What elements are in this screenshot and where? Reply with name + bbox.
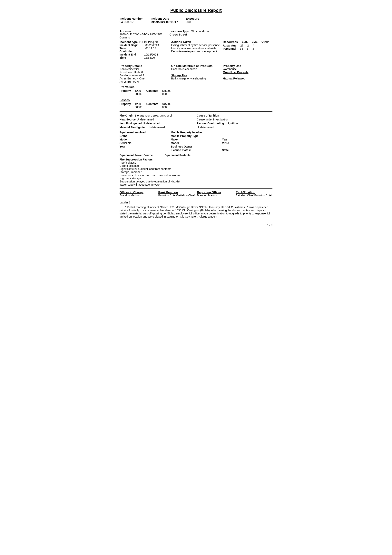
- mobile-vin-label: VIN #: [222, 141, 229, 145]
- hazmat-released-label: Hazmat Released: [223, 77, 245, 80]
- pre-property-label: Property: [120, 89, 131, 92]
- material-first-ignited-value: Undetermined: [148, 126, 165, 129]
- residential-units-value: 0: [141, 71, 143, 74]
- suppression-factor-item: Significant/unusual fuel load from conte…: [120, 167, 272, 170]
- power-source-row: Equipment Power Source Equipment Portabl…: [120, 153, 272, 157]
- personnel-other: 3: [252, 47, 254, 50]
- exposure-field: Exposure 000: [186, 17, 199, 23]
- reporting-rank-col: Rank/Position Battalion Chief/Battalion …: [236, 190, 273, 197]
- incident-date-field: Incident Date 09/29/2024 05:11:17: [150, 17, 178, 23]
- mobile-property-right-col: Year VIN # State: [222, 131, 272, 152]
- divider-1: [120, 27, 272, 27]
- divider-3: [120, 111, 272, 112]
- personnel-ems: 5: [247, 47, 249, 50]
- officer-rank-col: Rank/Position Battalion Chief/Battalion …: [158, 190, 195, 197]
- suppression-factor-item: Storage, improper: [120, 170, 272, 174]
- buildings-involved-label: Buildings Involved: [120, 74, 142, 77]
- address-block: Address 1630 OLD COVINGTON HWY SW Conyer…: [120, 29, 162, 39]
- action-item: Extinguishment by fire service personnel: [171, 44, 221, 47]
- on-site-materials-label: On-Site Materials or Products: [171, 64, 213, 67]
- incident-main-row: Incident type 111 Building fire Incident…: [120, 40, 272, 59]
- apparatus-label: Apparatus: [223, 44, 236, 47]
- pre-values-label: Pre Values: [120, 85, 272, 88]
- incident-type-value: 111 Building fire: [139, 40, 159, 44]
- heat-source-label: Heat Source: [120, 118, 136, 121]
- actions-taken-label: Actions Taken: [171, 40, 191, 44]
- property-details-label: Property Details: [120, 64, 142, 67]
- incident-number-field: Incident Number 24-009017: [120, 17, 143, 23]
- mixed-use-label: Mixed Use Property: [223, 71, 249, 74]
- model-label: Model: [120, 138, 170, 141]
- address-value: 1630 OLD COVINGTON HWY SW: [120, 33, 162, 36]
- action-item: Decontaminate persons or equipment: [171, 50, 221, 53]
- fire-origin-value: Storage room, area, tank, or bin: [135, 114, 173, 117]
- suppression-factor-item: Ceiling collapse: [120, 164, 272, 167]
- pre-property-value2: 00000: [135, 92, 143, 95]
- officer-rank-label: Rank/Position: [158, 190, 195, 194]
- action-item: Identify, analyze hazardous materials: [171, 47, 221, 50]
- property-details-col: Property Details Non Residential Residen…: [120, 64, 169, 83]
- officer-in-charge-label: Officer in Charge: [120, 190, 157, 194]
- personnel-sup: 35: [240, 47, 243, 50]
- pre-contents-value1: $45000: [162, 89, 171, 92]
- item-first-ignited-value: Undetermined: [143, 122, 160, 125]
- incident-date-label: Incident Date: [150, 17, 178, 20]
- cause-of-ignition-value: Cause under investigation: [197, 118, 272, 121]
- cause-of-ignition-label: Cause of Ignition: [197, 114, 272, 117]
- incident-number-label: Incident Number: [120, 17, 143, 20]
- mobile-license-plate-label: License Plate #: [171, 148, 221, 152]
- factors-contributing-value: Undetermined: [197, 126, 272, 129]
- location-type-label: Location Type: [170, 29, 189, 33]
- suppression-factor-item: Roof collapse: [120, 161, 272, 164]
- mobile-state-label: State: [222, 148, 272, 152]
- buildings-involved-value: 1: [143, 74, 144, 77]
- year-label: Year: [120, 145, 170, 148]
- page-number-value: 1 / 9: [267, 223, 272, 226]
- fire-suppression-factors-label: Fire Suppression Factors: [120, 158, 153, 161]
- fire-origin-section: Fire Origin Storage room, area, tank, or…: [120, 114, 272, 129]
- incident-type-label: Incident type: [120, 40, 138, 44]
- cross-street-label: Cross Street: [170, 33, 187, 36]
- brand-label: Brand: [120, 134, 170, 138]
- storage-use-value: Bulk storage or warehousing: [171, 77, 206, 80]
- resources-label: Resources: [223, 40, 238, 44]
- incident-number-value: 24-009017: [120, 20, 134, 23]
- residential-units-label: Residential Units: [120, 71, 140, 74]
- suppression-factor-item: Water supply inadequate: private: [120, 183, 272, 186]
- sup-label: Sup.: [242, 40, 248, 43]
- address-label: Address: [120, 29, 162, 33]
- location-type-block: Location Type Street address Cross Stree…: [170, 29, 209, 36]
- mobile-make-label: Make: [171, 138, 221, 141]
- equipment-involved-label: Equipment Involved: [120, 131, 170, 134]
- narrative-title: Ladder 1: [120, 201, 272, 204]
- begin-time-label: Incident Begin Time: [120, 44, 144, 50]
- losses-section: Losses Property $200 00000 Contents $450…: [120, 98, 272, 109]
- report-header: Incident Number 24-009017 Incident Date …: [120, 17, 272, 23]
- narrative-text: L1 B-shift morning of incident Officer L…: [120, 206, 272, 218]
- fire-origin-label: Fire Origin: [120, 114, 134, 117]
- apparatus-sup: 27: [240, 44, 243, 47]
- losses-contents-value2: 000: [162, 106, 171, 109]
- acres-burned-value: 0: [137, 80, 139, 83]
- pre-contents-label: Contents: [146, 89, 158, 92]
- pre-contents-value2: 000: [162, 92, 171, 95]
- acres-burned-label: Acres Burned: [120, 80, 136, 83]
- exposure-value: 000: [186, 20, 191, 23]
- actions-taken-col: Actions Taken Extinguishment by fire ser…: [171, 40, 221, 59]
- reporting-officer-col: Reporting Officer Brandon Marlow: [197, 190, 234, 197]
- report-title: Public Disclosure Report: [120, 8, 272, 13]
- controlled-label: Controlled: [120, 50, 133, 53]
- suppression-factor-item: Suppression delayed due to evaluation of…: [120, 180, 272, 183]
- mobile-model-label: Model: [171, 141, 221, 145]
- ems-label: EMS: [252, 40, 257, 43]
- acres-burned-less-label: Acres Burned < One: [120, 77, 144, 80]
- mobile-property-label: Mobile Property Involved: [171, 131, 221, 134]
- storage-use-label: Storage Use: [171, 74, 187, 77]
- serial-no-label: Serial No: [120, 141, 170, 145]
- suppression-factor-item: Hazardous chemical, corrosive material, …: [120, 174, 272, 177]
- property-use-label: Property Use: [223, 64, 241, 67]
- pre-property-value1: $200: [135, 89, 143, 92]
- reporting-officer-label: Reporting Officer: [197, 190, 234, 194]
- on-site-materials-value: Hazardous chemicals: [171, 67, 197, 71]
- material-first-ignited-label: Material First Ignited: [120, 126, 146, 129]
